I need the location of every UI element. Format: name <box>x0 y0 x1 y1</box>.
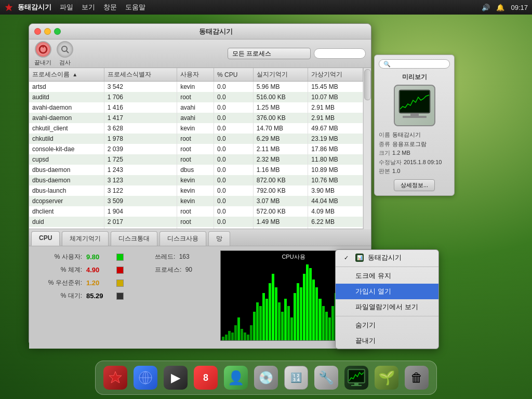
table-row[interactable]: duid2 017root0.01.49 MB6.22 MB <box>29 217 363 227</box>
dock-item-contacts[interactable]: 👤 <box>222 364 249 391</box>
table-cell: 10.89 MB <box>308 165 363 175</box>
col-header-pid[interactable]: 프로세스식별자 <box>104 68 177 82</box>
chart-bar <box>265 299 268 340</box>
table-cell: kevin <box>177 185 214 196</box>
ctx-item-hide[interactable]: 숨기기 <box>336 317 438 333</box>
tab-disk-network[interactable]: 디스크통대 <box>111 231 157 246</box>
table-row[interactable]: dbus-launch3 122kevin0.0792.00 KB3.90 MB <box>29 185 363 196</box>
chart-bar <box>281 312 284 340</box>
dock-item-star[interactable] <box>102 364 129 391</box>
process-table: 프로세스이름 ▲ 프로세스식별자 사용자 % CPU 실지기억기 가상기억기 a… <box>29 68 363 229</box>
dock-icon-calc: 🔢 <box>284 366 308 390</box>
chart-bar <box>322 306 325 340</box>
table-cell: kevin <box>177 175 214 185</box>
table-row[interactable]: dhclient1 904root0.0572.00 KB4.09 MB <box>29 206 363 217</box>
table-row[interactable]: dbus-daemon1 243dbus0.01.16 MB10.89 MB <box>29 165 363 175</box>
table-row[interactable]: esavermanager3 605kevin0.010.36 MB49.64 … <box>29 227 363 229</box>
dock-item-trash[interactable]: 🗑 <box>403 364 430 391</box>
window-title: 동태감시기 <box>66 27 366 36</box>
table-row[interactable]: avahi-daemon1 417avahi0.0376.00 KB2.91 M… <box>29 113 363 123</box>
dock-item-browser[interactable] <box>132 364 159 391</box>
scrollbar[interactable] <box>363 68 371 229</box>
table-row[interactable]: chkutil_client3 628kevin0.014.70 MB49.67… <box>29 123 363 134</box>
maximize-button[interactable] <box>54 28 61 35</box>
tab-memory[interactable]: 체계기억기 <box>62 231 109 246</box>
table-cell: 15.45 MB <box>308 82 363 92</box>
menu-help[interactable]: 도움말 <box>125 3 145 12</box>
table-row[interactable]: console-kit-dae2 039root0.02.11 MB17.86 … <box>29 144 363 154</box>
table-cell: kevin <box>177 82 214 92</box>
ctx-item-open-login[interactable]: 가입시 열기 <box>336 284 438 299</box>
table-cell: 6.22 MB <box>308 217 363 227</box>
table-cell: 2.11 MB <box>253 144 308 154</box>
preview-search-input[interactable] <box>379 59 450 69</box>
quit-button[interactable]: 끝내기 <box>34 41 51 66</box>
col-header-virt-mem[interactable]: 가상기억기 <box>308 68 363 82</box>
dock-browser-icon <box>138 370 153 385</box>
dock-icon-calendar: 8 <box>194 366 218 390</box>
chart-bar <box>312 280 315 340</box>
table-cell: 1.49 MB <box>253 217 308 227</box>
dock-item-calendar[interactable]: 8 <box>192 364 219 391</box>
version-value: 1.0 <box>392 167 400 176</box>
table-cell: 376.00 KB <box>253 113 308 123</box>
scrollbar-thumb[interactable] <box>364 69 371 100</box>
ctx-item-app[interactable]: ✓ 📊 동태감시기 <box>336 250 438 265</box>
minimize-button[interactable] <box>44 28 51 35</box>
table-cell: root <box>177 217 214 227</box>
menu-view[interactable]: 보기 <box>82 3 95 12</box>
table-cell: 1 904 <box>104 206 177 217</box>
menu-file[interactable]: 파일 <box>60 3 73 12</box>
col-header-user[interactable]: 사용자 <box>177 68 214 82</box>
chart-bar <box>272 274 274 340</box>
chart-bar <box>290 317 293 340</box>
table-row[interactable]: auditd1 706root0.0516.00 KB10.07 MB <box>29 92 363 102</box>
chart-bar <box>315 287 318 340</box>
dock-item-plants[interactable]: 🌱 <box>373 364 400 391</box>
dock-item-calc[interactable]: 🔢 <box>283 364 310 391</box>
tab-disk-usage[interactable]: 디스크사용 <box>159 231 206 246</box>
ctx-item-quit[interactable]: 끝내기 <box>336 333 438 349</box>
table-cell: 1 706 <box>104 92 177 102</box>
col-header-name[interactable]: 프로세스이름 ▲ <box>29 68 104 82</box>
menu-window[interactable]: 창문 <box>103 3 117 12</box>
search-input[interactable] <box>314 48 366 59</box>
table-cell: chkutil_client <box>29 123 104 134</box>
svg-marker-0 <box>5 4 12 11</box>
tab-network[interactable]: 망 <box>208 231 230 246</box>
table-cell: kevin <box>177 196 214 206</box>
table-row[interactable]: avahi-daemon1 416avahi0.01.25 MB2.91 MB <box>29 102 363 113</box>
process-filter-dropdown[interactable]: 모든 프로세스내 프로세스활성 프로세스중단된 프로세스기타 사용자 프로세스 <box>228 48 311 59</box>
table-cell: dbus-daemon <box>29 175 104 185</box>
ctx-item-show-finder[interactable]: 파일열람기에서 보기 <box>336 299 438 315</box>
ctx-item-dock[interactable]: 도크에 유지 <box>336 268 438 284</box>
volume-icon[interactable]: 🔊 <box>482 4 490 11</box>
detail-button[interactable]: 상세정보... <box>394 179 435 191</box>
dock-item-disk[interactable]: 💿 <box>252 364 280 391</box>
table-cell: 0.0 <box>214 227 254 229</box>
table-row[interactable]: dcopserver3 509kevin0.03.07 MB44.04 MB <box>29 196 363 206</box>
dock-item-media[interactable]: ▶ <box>162 364 189 391</box>
tab-cpu[interactable]: CPU <box>31 231 60 246</box>
table-cell: 0.0 <box>214 123 254 134</box>
dock-icon-trash: 🗑 <box>405 366 429 390</box>
table-cell: 0.0 <box>214 154 254 165</box>
dock-item-monitor[interactable] <box>343 364 370 391</box>
col-header-real-mem[interactable]: 실지기억기 <box>253 68 308 82</box>
table-cell: 792.00 KB <box>253 185 308 196</box>
table-row[interactable]: cupsd1 725root0.02.32 MB11.80 MB <box>29 154 363 165</box>
table-row[interactable]: chkutild1 978root0.06.29 MB23.19 MB <box>29 134 363 144</box>
cpu-middle-stats: 쓰레드: 163 프로세스: 90 <box>153 250 215 341</box>
table-row[interactable]: dbus-daemon3 123kevin0.0872.00 KB10.76 M… <box>29 175 363 185</box>
chart-bar <box>325 312 328 340</box>
size-value: 1.2 MB <box>392 149 410 158</box>
close-button[interactable] <box>34 28 41 35</box>
chart-bar <box>256 302 259 340</box>
process-row: 프로세스: 90 <box>155 265 213 274</box>
ctx-hide-label: 숨기기 <box>355 321 376 330</box>
dock-item-tools[interactable]: 🔧 <box>313 364 340 391</box>
table-row[interactable]: artsd3 542kevin0.05.96 MB15.45 MB <box>29 82 363 92</box>
col-header-cpu[interactable]: % CPU <box>214 68 254 82</box>
inspect-button[interactable]: 검사 <box>57 41 73 66</box>
table-cell: 49.64 MB <box>308 227 363 229</box>
